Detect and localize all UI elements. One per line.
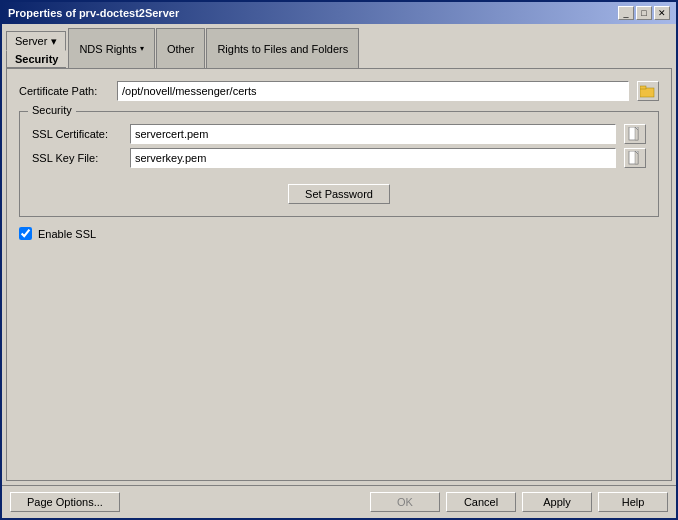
cancel-button[interactable]: Cancel: [446, 492, 516, 512]
tab-other-label: Other: [167, 43, 195, 55]
server-subtabs: Security: [6, 50, 67, 68]
cert-path-row: Certificate Path:: [19, 81, 659, 101]
tab-server[interactable]: Server ▾: [6, 31, 66, 51]
subtab-security[interactable]: Security: [6, 50, 66, 68]
page-options-button[interactable]: Page Options...: [10, 492, 120, 512]
tab-nds-rights-label: NDS Rights: [79, 43, 136, 55]
enable-ssl-label: Enable SSL: [38, 228, 96, 240]
bottom-bar: Page Options... OK Cancel Apply Help: [2, 485, 676, 518]
content-area: Server ▾ Security NDS Rights ▾: [2, 24, 676, 485]
folder-icon: [640, 84, 656, 98]
cert-path-folder-button[interactable]: [637, 81, 659, 101]
ssl-key-input[interactable]: [130, 148, 616, 168]
ok-button[interactable]: OK: [370, 492, 440, 512]
tab-nds-rights[interactable]: NDS Rights ▾: [68, 28, 154, 68]
top-tabs-row: Server ▾ Security NDS Rights ▾: [6, 28, 672, 69]
title-bar-controls: _ □ ✕: [618, 6, 670, 20]
tab-other[interactable]: Other: [156, 28, 206, 68]
cert-path-input[interactable]: [117, 81, 629, 101]
security-group-label: Security: [28, 104, 76, 116]
enable-ssl-checkbox[interactable]: [19, 227, 32, 240]
main-panel: Certificate Path: Security SSL Certifica…: [6, 69, 672, 481]
file-icon-key: [628, 151, 642, 165]
ssl-cert-input[interactable]: [130, 124, 616, 144]
close-button[interactable]: ✕: [654, 6, 670, 20]
server-tab-group: Server ▾ Security: [6, 30, 67, 68]
title-bar: Properties of prv-doctest2Server _ □ ✕: [2, 2, 676, 24]
tab-rights-files-folders[interactable]: Rights to Files and Folders: [206, 28, 359, 68]
security-group: Security SSL Certificate: SSL: [19, 111, 659, 217]
enable-ssl-row: Enable SSL: [19, 227, 659, 240]
maximize-button[interactable]: □: [636, 6, 652, 20]
ssl-key-row: SSL Key File:: [32, 148, 646, 168]
nds-dropdown-arrow[interactable]: ▾: [140, 44, 144, 53]
help-button[interactable]: Help: [598, 492, 668, 512]
bottom-right: OK Cancel Apply Help: [370, 492, 668, 512]
svg-rect-0: [640, 88, 654, 97]
server-dropdown-arrow[interactable]: ▾: [51, 35, 57, 48]
file-icon-cert: [628, 127, 642, 141]
ssl-cert-label: SSL Certificate:: [32, 128, 122, 140]
ssl-cert-file-button[interactable]: [624, 124, 646, 144]
window: Properties of prv-doctest2Server _ □ ✕ S…: [0, 0, 678, 520]
cert-path-label: Certificate Path:: [19, 85, 109, 97]
window-title: Properties of prv-doctest2Server: [8, 7, 179, 19]
svg-rect-1: [640, 86, 646, 89]
set-password-button[interactable]: Set Password: [288, 184, 390, 204]
ssl-key-file-button[interactable]: [624, 148, 646, 168]
ssl-key-label: SSL Key File:: [32, 152, 122, 164]
minimize-button[interactable]: _: [618, 6, 634, 20]
set-password-container: Set Password: [32, 176, 646, 204]
tab-server-label: Server: [15, 35, 47, 47]
ssl-cert-row: SSL Certificate:: [32, 124, 646, 144]
apply-button[interactable]: Apply: [522, 492, 592, 512]
bottom-left: Page Options...: [10, 492, 120, 512]
tabs-wrapper: Server ▾ Security NDS Rights ▾: [6, 28, 672, 69]
tab-rights-label: Rights to Files and Folders: [217, 43, 348, 55]
